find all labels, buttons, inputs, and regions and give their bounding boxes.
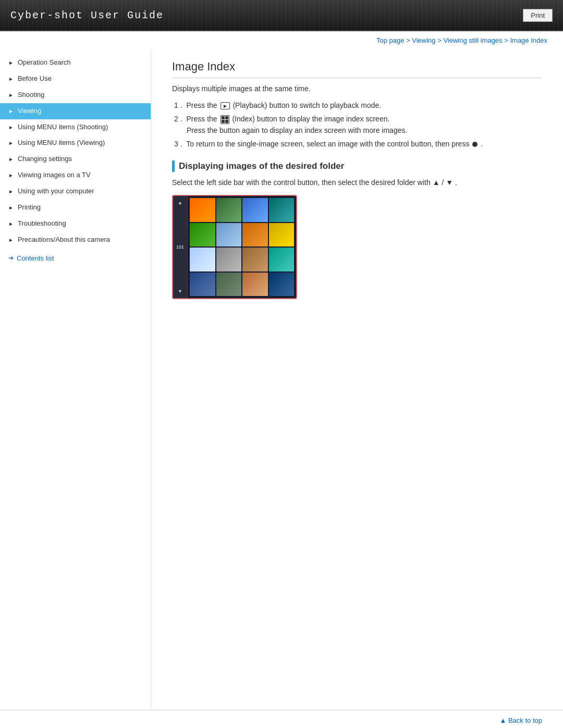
step3-period: .	[481, 140, 483, 148]
thumb-3	[242, 198, 268, 222]
chevron-right-icon: ►	[8, 237, 14, 243]
triangle-down-small: ▼	[178, 289, 182, 294]
sidebar-item-troubleshooting[interactable]: ► Troubleshooting	[0, 216, 151, 232]
step2-text-before: Press the	[186, 115, 219, 123]
step-1: 1 . Press the (Playback) button to switc…	[172, 101, 542, 109]
sidebar-item-label: Printing	[18, 203, 41, 212]
chevron-right-icon: ►	[8, 124, 14, 131]
thumb-10	[216, 248, 242, 272]
triangle-up-icon	[433, 178, 440, 187]
steps-list: 1 . Press the (Playback) button to switc…	[172, 101, 542, 148]
chevron-right-icon: ►	[8, 172, 14, 179]
print-button[interactable]: Print	[523, 9, 553, 22]
chevron-right-icon: ►	[8, 188, 14, 195]
thumb-6	[216, 223, 242, 247]
sidebar-item-label: Viewing	[18, 107, 41, 116]
chevron-right-icon: ►	[8, 156, 14, 163]
sidebar-item-precautions[interactable]: ► Precautions/About this camera	[0, 232, 151, 248]
thumb-8	[269, 223, 295, 247]
breadcrumb-top[interactable]: Top page	[376, 36, 405, 44]
folder-number: 101	[176, 244, 184, 250]
circle-dot-icon	[472, 142, 478, 147]
chevron-right-icon: ►	[8, 108, 14, 115]
thumb-2	[216, 198, 242, 222]
sidebar-item-before-use[interactable]: ► Before Use	[0, 71, 151, 87]
sidebar-item-label: Using MENU items (Viewing)	[18, 139, 105, 147]
step2-text-after: (Index) button to display the image inde…	[232, 115, 389, 123]
blue-bar-icon	[172, 161, 175, 172]
contents-list-label: Contents list	[17, 254, 54, 262]
sidebar-item-label: Operation Search	[18, 58, 71, 67]
step-2: 2 . Press the (Index) button to display …	[172, 115, 542, 134]
camera-thumbnails	[188, 196, 296, 298]
sidebar-item-using-menu-shooting[interactable]: ► Using MENU items (Shooting)	[0, 119, 151, 135]
sidebar-item-label: Troubleshooting	[18, 219, 66, 228]
folder-description: Select the left side bar with the contro…	[172, 178, 542, 187]
camera-screen-sidebar: ▲ 101 ▼	[173, 196, 188, 298]
sidebar: ► Operation Search ► Before Use ► Shooti…	[0, 50, 151, 710]
arrow-right-icon: ➔	[8, 254, 14, 262]
thumb-14	[216, 273, 242, 297]
index-icon	[221, 115, 229, 124]
playback-icon	[221, 102, 230, 109]
intro-text: Displays multiple images at the same tim…	[172, 84, 542, 93]
sidebar-item-printing[interactable]: ► Printing	[0, 200, 151, 216]
thumb-12	[269, 248, 295, 272]
camera-screen-image: ▲ 101 ▼	[172, 195, 297, 299]
sidebar-item-label: Shooting	[18, 91, 44, 100]
main-layout: ► Operation Search ► Before Use ► Shooti…	[0, 50, 563, 710]
sub-section-title: Displaying images of the desired folder	[179, 161, 344, 171]
folder-number-label: 101	[176, 244, 184, 250]
sidebar-item-changing-settings[interactable]: ► Changing settings	[0, 151, 151, 167]
sidebar-item-operation-search[interactable]: ► Operation Search	[0, 55, 151, 71]
footer: ▲ Back to top	[0, 710, 563, 728]
sidebar-item-label: Using with your computer	[18, 187, 94, 196]
chevron-right-icon: ►	[8, 59, 14, 66]
thumb-13	[190, 273, 215, 297]
triangle-down-icon	[446, 178, 453, 187]
thumb-9	[190, 248, 215, 272]
sidebar-item-viewing[interactable]: ► Viewing	[0, 103, 151, 119]
sidebar-item-using-menu-viewing[interactable]: ► Using MENU items (Viewing)	[0, 135, 151, 151]
step3-text: To return to the single-image screen, se…	[186, 140, 471, 148]
back-to-top-link[interactable]: ▲ Back to top	[499, 717, 542, 724]
thumb-1	[190, 198, 215, 222]
chevron-right-icon: ►	[8, 92, 14, 98]
sidebar-item-using-computer[interactable]: ► Using with your computer	[0, 183, 151, 200]
chevron-right-icon: ►	[8, 204, 14, 211]
thumb-16	[269, 273, 295, 297]
sidebar-item-label: Precautions/About this camera	[18, 236, 110, 244]
step1-text-after: (Playback) button to switch to playback …	[232, 101, 381, 109]
app-title: Cyber-shot User Guide	[10, 9, 164, 21]
breadcrumb-viewing-still[interactable]: Viewing still images	[443, 36, 502, 44]
header: Cyber-shot User Guide Print	[0, 0, 563, 31]
chevron-right-icon: ►	[8, 220, 14, 227]
sidebar-item-label: Changing settings	[18, 155, 72, 164]
sub-section-heading: Displaying images of the desired folder	[172, 161, 542, 172]
sidebar-item-viewing-tv[interactable]: ► Viewing images on a TV	[0, 167, 151, 183]
thumb-5	[190, 223, 215, 247]
contents-list-link[interactable]: ➔ Contents list	[0, 250, 151, 266]
thumb-11	[242, 248, 268, 272]
sidebar-item-shooting[interactable]: ► Shooting	[0, 87, 151, 103]
sidebar-item-label: Before Use	[18, 75, 52, 83]
thumb-15	[242, 273, 268, 297]
thumb-7	[242, 223, 268, 247]
breadcrumb-image-index[interactable]: Image Index	[510, 36, 547, 44]
step1-text-before: Press the	[186, 101, 219, 109]
sidebar-item-label: Using MENU items (Shooting)	[18, 123, 108, 132]
page-title: Image Index	[172, 60, 542, 78]
breadcrumb: Top page > Viewing > Viewing still image…	[0, 31, 563, 50]
sidebar-item-label: Viewing images on a TV	[18, 171, 91, 180]
chevron-right-icon: ►	[8, 140, 14, 146]
chevron-right-icon: ►	[8, 76, 14, 82]
content-area: Image Index Displays multiple images at …	[151, 50, 563, 710]
thumb-4	[269, 198, 295, 222]
step2-sub: Press the button again to display an ind…	[187, 126, 542, 134]
breadcrumb-viewing[interactable]: Viewing	[412, 36, 435, 44]
step-3: 3 . To return to the single-image screen…	[172, 140, 542, 148]
triangle-up-small: ▲	[178, 200, 182, 205]
